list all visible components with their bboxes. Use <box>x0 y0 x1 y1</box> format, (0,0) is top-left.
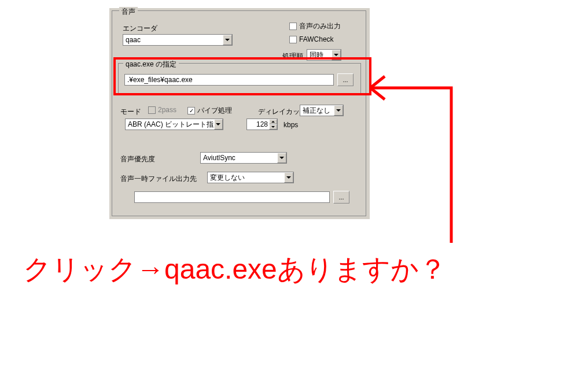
order-value: 同時 <box>310 50 323 60</box>
priority-label: 音声優先度 <box>120 154 155 164</box>
temp-browse-label: ... <box>338 194 344 201</box>
temp-value: 変更しない <box>210 173 245 183</box>
exe-path-input[interactable]: .¥exe_files¥qaac.exe <box>124 74 334 86</box>
exe-path-value: .¥exe_files¥qaac.exe <box>127 76 193 84</box>
browse-button[interactable]: ... <box>337 73 354 86</box>
bitrate-unit: kbps <box>284 121 298 129</box>
temp-path-input[interactable] <box>134 191 330 203</box>
encoder-value: qaac <box>126 36 141 44</box>
checkbox-box-icon <box>148 106 156 114</box>
fawcheck-checkbox[interactable]: FAWCheck <box>289 35 334 43</box>
checkbox-box-icon <box>289 36 297 43</box>
exe-path-group: qaac.exe の指定 .¥exe_files¥qaac.exe ... <box>118 63 361 95</box>
spinner-controls[interactable] <box>269 119 277 130</box>
mode-dropdown[interactable]: ABR (AAC) ビットレート指定 <box>125 119 223 130</box>
mode-label: モード <box>120 107 141 117</box>
priority-value: AviutlSync <box>203 154 235 162</box>
audio-only-checkbox[interactable]: 音声のみ出力 <box>289 21 341 31</box>
chevron-down-icon[interactable] <box>277 153 286 163</box>
browse-label: ... <box>343 76 348 83</box>
exe-path-group-title: qaac.exe の指定 <box>123 60 179 69</box>
pipe-label: パイプ処理 <box>197 106 232 116</box>
temp-dropdown[interactable]: 変更しない <box>207 172 294 183</box>
chevron-down-icon[interactable] <box>334 105 343 116</box>
groupbox-title: 音声 <box>119 7 138 17</box>
chevron-down-icon[interactable] <box>214 119 223 130</box>
twopass-checkbox: 2pass <box>148 106 176 114</box>
order-dropdown[interactable]: 同時 <box>307 49 341 61</box>
temp-browse-button[interactable]: ... <box>333 191 349 204</box>
chevron-down-icon[interactable] <box>269 124 277 130</box>
chevron-down-icon[interactable] <box>332 50 341 60</box>
audio-groupbox: 音声 エンコーダ qaac 音声のみ出力 FAWCheck 処理順 同時 qaa… <box>112 10 366 216</box>
order-label: 処理順 <box>282 51 303 61</box>
bitrate-spinner[interactable]: 128 <box>246 119 278 130</box>
delay-value: 補正なし <box>303 106 330 116</box>
temp-label: 音声一時ファイル出力先 <box>120 174 197 184</box>
checkbox-box-icon: ✓ <box>187 107 195 114</box>
twopass-label: 2pass <box>158 106 176 114</box>
encoder-dropdown[interactable]: qaac <box>123 34 233 46</box>
fawcheck-label: FAWCheck <box>299 35 334 43</box>
audio-settings-panel: 音声 エンコーダ qaac 音声のみ出力 FAWCheck 処理順 同時 qaa… <box>109 8 370 219</box>
chevron-down-icon[interactable] <box>284 172 293 183</box>
priority-dropdown[interactable]: AviutlSync <box>200 152 287 164</box>
annotation-text: クリック→qaac.exeありますか？ <box>23 249 555 290</box>
bitrate-value: 128 <box>247 120 269 128</box>
chevron-up-icon[interactable] <box>269 119 277 124</box>
checkbox-box-icon <box>289 23 297 30</box>
mode-value: ABR (AAC) ビットレート指定 <box>128 120 214 130</box>
encoder-label: エンコーダ <box>123 24 157 34</box>
audio-only-label: 音声のみ出力 <box>299 21 341 31</box>
delay-dropdown[interactable]: 補正なし <box>300 105 344 116</box>
pipe-checkbox[interactable]: ✓ パイプ処理 <box>187 106 232 116</box>
chevron-down-icon[interactable] <box>223 35 232 45</box>
annotation-arrow-icon <box>362 64 466 249</box>
